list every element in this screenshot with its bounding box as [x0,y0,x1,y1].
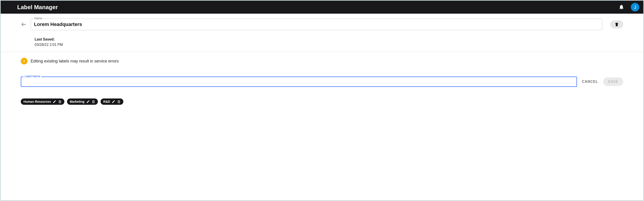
label-name-field: Label Name [21,77,577,87]
svg-rect-2 [92,101,94,103]
chip-label: R&D [103,100,110,103]
delete-button[interactable] [610,20,623,29]
chip-label: Marketing [70,100,84,103]
info-icon: i [21,58,28,65]
trash-icon[interactable] [117,100,121,103]
chips-row: Human Resources Marketing R&D [21,98,623,105]
name-input[interactable] [30,19,602,30]
app-frame: Label Manager J Name Last Saved: 03/28/2… [0,1,644,200]
name-field-legend: Name [33,17,43,20]
last-saved-label: Last Saved: [35,37,623,41]
label-name-input[interactable] [21,77,577,87]
edit-icon[interactable] [86,100,90,103]
header-section: Name Last Saved: 03/28/22 2:01 PM [1,14,643,52]
edit-icon[interactable] [53,100,56,103]
label-name-row: Label Name CANCEL SAVE [21,77,623,87]
trash-icon[interactable] [58,100,62,103]
label-chip: Human Resources [21,98,64,105]
chip-label: Human Resources [24,100,51,103]
trash-icon[interactable] [92,100,95,103]
app-title: Label Manager [17,4,58,11]
svg-rect-1 [59,101,61,103]
warning-row: i Editing existing labels may result in … [21,58,623,65]
warning-text: Editing existing labels may result in se… [30,59,119,64]
avatar-initial: J [634,5,636,10]
name-row: Name [21,19,623,30]
last-saved: Last Saved: 03/28/22 2:01 PM [35,37,623,47]
name-field: Name [30,19,602,30]
edit-icon[interactable] [112,100,115,103]
label-chip: Marketing [67,98,98,105]
back-arrow-icon[interactable] [21,22,26,27]
svg-rect-3 [118,101,120,103]
label-chip: R&D [100,98,123,105]
cancel-button[interactable]: CANCEL [582,80,598,84]
label-name-legend: Label Name [24,75,41,78]
body-section: i Editing existing labels may result in … [1,52,643,111]
last-saved-value: 03/28/22 2:01 PM [35,43,623,47]
trash-icon [614,22,619,27]
bell-icon[interactable] [619,5,624,10]
save-button[interactable]: SAVE [603,77,623,86]
avatar[interactable]: J [631,3,639,12]
topbar: Label Manager J [1,1,643,14]
